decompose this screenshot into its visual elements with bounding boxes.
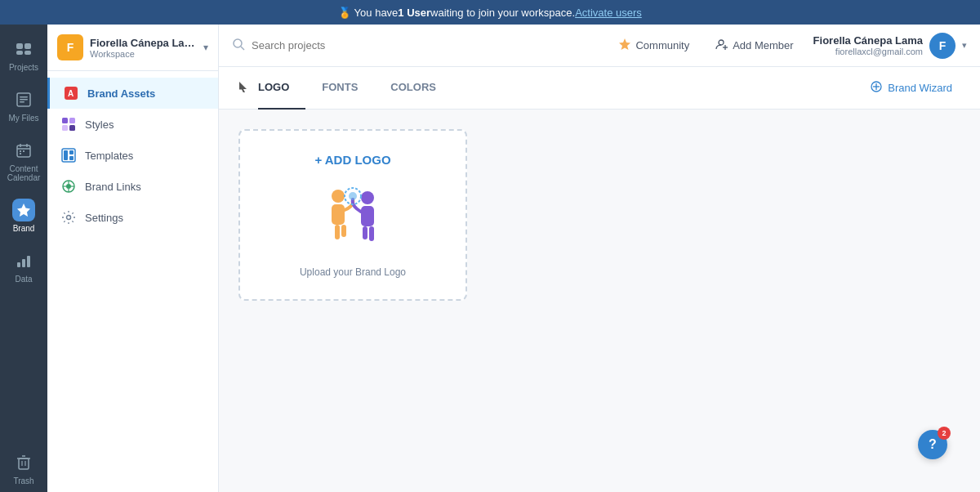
content-calendar-label: Content Calendar	[7, 164, 41, 182]
sidebar-item-templates[interactable]: Templates	[47, 140, 218, 171]
svg-line-42	[241, 47, 244, 50]
tab-fonts[interactable]: FONTS	[305, 67, 374, 110]
sidebar-item-my-files[interactable]: My Files	[3, 82, 44, 129]
workspace-header[interactable]: F Fiorella Cánepa Lama Workspace ▾	[47, 25, 218, 71]
data-icon	[12, 249, 35, 272]
notification-bar: 🏅 You have 1 User waiting to join your w…	[0, 0, 980, 25]
my-files-label: My Files	[8, 114, 38, 123]
header-actions: Community Add Member Fi	[612, 33, 967, 59]
svg-rect-33	[69, 156, 74, 160]
sidebar-item-projects[interactable]: Projects	[3, 31, 44, 78]
svg-rect-19	[19, 458, 29, 469]
svg-rect-28	[62, 125, 68, 131]
my-files-icon	[12, 88, 35, 111]
tab-colors[interactable]: COLORS	[374, 67, 452, 110]
user-avatar: F	[929, 33, 956, 59]
workspace-name: Fiorella Cánepa Lama	[90, 37, 197, 49]
sidebar-item-brand-assets[interactable]: A Brand Assets	[47, 78, 218, 109]
user-profile[interactable]: Fiorella Cánepa Lama fiorellaxcl@gmail.c…	[813, 33, 967, 59]
sidebar-item-trash[interactable]: Trash	[3, 445, 44, 492]
templates-label: Templates	[85, 150, 133, 162]
svg-marker-15	[17, 204, 30, 217]
svg-rect-32	[69, 150, 74, 154]
my-brand-label: Brand	[13, 224, 35, 233]
community-icon	[618, 38, 631, 53]
svg-rect-12	[20, 150, 21, 152]
svg-rect-57	[369, 226, 374, 241]
brand-links-icon	[60, 178, 77, 195]
help-button-wrap: ? 2	[934, 446, 964, 476]
svg-point-50	[332, 190, 345, 203]
svg-rect-14	[20, 153, 21, 154]
brand-wizard-label: Brand Wizard	[888, 82, 952, 94]
svg-rect-16	[17, 262, 20, 267]
svg-point-59	[349, 192, 357, 200]
sidebar-item-my-brand[interactable]: Brand	[3, 192, 44, 239]
sidebar-item-brand-links[interactable]: Brand Links	[47, 171, 218, 202]
help-label: ?	[929, 437, 937, 452]
projects-icon	[12, 38, 35, 60]
my-brand-icon	[12, 199, 35, 221]
sidebar-nav: A Brand Assets Styles	[47, 71, 218, 239]
search-icon	[232, 38, 245, 54]
tabs: LOGO FONTS COLORS	[258, 67, 862, 110]
svg-rect-51	[332, 204, 345, 225]
svg-rect-5	[20, 96, 28, 98]
sidebar-item-styles[interactable]: Styles	[47, 109, 218, 140]
svg-point-54	[361, 191, 374, 204]
svg-point-41	[234, 39, 242, 47]
brand-wizard-icon	[870, 80, 883, 96]
workspace-info: Fiorella Cánepa Lama Workspace	[90, 37, 197, 59]
workspace-chevron-icon: ▾	[203, 42, 208, 53]
sidebar-item-content-calendar[interactable]: Content Calendar	[3, 132, 44, 189]
svg-rect-52	[335, 225, 340, 239]
user-info: Fiorella Cánepa Lama fiorellaxcl@gmail.c…	[813, 34, 923, 56]
logo-upload-card[interactable]: + ADD LOGO	[238, 129, 467, 301]
templates-icon	[60, 147, 77, 163]
secondary-sidebar: F Fiorella Cánepa Lama Workspace ▾ A Bra…	[47, 25, 219, 492]
brand-assets-icon: A	[63, 85, 79, 101]
svg-rect-55	[361, 206, 374, 226]
activate-users-link[interactable]: Activate users	[575, 7, 642, 19]
svg-point-35	[66, 184, 71, 189]
notification-text: 🏅 You have	[338, 7, 398, 19]
tab-logo[interactable]: LOGO	[258, 67, 305, 110]
add-member-button[interactable]: Add Member	[709, 34, 800, 57]
trash-icon	[12, 451, 35, 474]
workspace-sub: Workspace	[90, 49, 197, 59]
svg-rect-31	[64, 150, 68, 160]
user-email: fiorellaxcl@gmail.com	[813, 47, 923, 56]
svg-rect-1	[24, 43, 31, 49]
projects-label: Projects	[9, 63, 38, 72]
svg-rect-13	[23, 150, 24, 152]
settings-icon	[60, 209, 77, 226]
settings-label: Settings	[85, 212, 123, 224]
search-container	[232, 38, 602, 54]
sidebar-item-settings[interactable]: Settings	[47, 202, 218, 233]
notification-text-after: waiting to join your workspace.	[430, 7, 575, 19]
search-input[interactable]	[252, 39, 456, 51]
user-name: Fiorella Cánepa Lama	[813, 34, 923, 47]
svg-point-44	[719, 40, 724, 45]
main-content: Community Add Member Fi	[219, 25, 980, 492]
help-button[interactable]: ? 2	[918, 430, 947, 459]
user-chevron-icon: ▾	[962, 40, 967, 51]
sidebar-item-data[interactable]: Data	[3, 243, 44, 290]
svg-rect-18	[27, 256, 30, 267]
upload-text: Upload your Brand Logo	[300, 266, 406, 278]
styles-label: Styles	[85, 119, 114, 131]
content-calendar-icon	[12, 139, 35, 162]
svg-point-40	[67, 216, 71, 220]
brand-wizard-button[interactable]: Brand Wizard	[862, 75, 960, 101]
community-button[interactable]: Community	[612, 34, 696, 57]
brand-logo-illustration	[312, 180, 394, 253]
svg-rect-56	[363, 226, 368, 239]
trash-label: Trash	[13, 476, 33, 485]
notification-highlight: 1 User	[398, 7, 430, 19]
data-label: Data	[15, 275, 32, 284]
cursor-icon	[238, 81, 248, 95]
svg-rect-3	[24, 51, 31, 55]
svg-rect-29	[69, 125, 75, 131]
community-label: Community	[635, 39, 689, 51]
help-badge: 2	[938, 427, 951, 440]
